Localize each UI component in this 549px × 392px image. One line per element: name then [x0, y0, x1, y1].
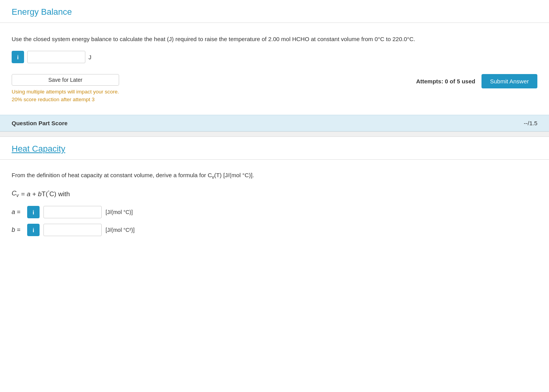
heat-capacity-content: From the definition of heat capacity at … [0, 160, 549, 254]
hc-problem-text: From the definition of heat capacity at … [12, 171, 537, 181]
left-controls: Save for Later Using multiple attempts w… [12, 74, 119, 104]
a-label: a = [12, 209, 23, 216]
info-button-energy[interactable]: i [12, 51, 24, 63]
b-label: b = [12, 226, 23, 233]
score-bar: Question Part Score --/1.5 [0, 115, 549, 131]
heat-capacity-title[interactable]: Heat Capacity [12, 144, 65, 154]
submit-answer-button[interactable]: Submit Answer [481, 74, 537, 88]
energy-unit-label: J [88, 54, 92, 60]
info-button-b[interactable]: i [27, 224, 40, 236]
energy-answer-input[interactable] [27, 51, 85, 63]
section-divider [0, 131, 549, 137]
b-answer-input[interactable] [43, 224, 102, 236]
answer-input-row: i J [12, 51, 537, 63]
warning-line2: 20% score reduction after attempt 3 [12, 96, 119, 104]
problem-statement: Use the closed system energy balance to … [12, 35, 537, 44]
score-value: --/1.5 [524, 120, 537, 126]
score-label: Question Part Score [12, 120, 68, 126]
energy-balance-content: Use the closed system energy balance to … [0, 23, 549, 115]
energy-balance-title: Energy Balance [12, 7, 537, 17]
info-button-a[interactable]: i [27, 206, 40, 218]
right-controls: Attempts: 0 of 5 used Submit Answer [416, 74, 537, 88]
save-later-button[interactable]: Save for Later [12, 74, 119, 86]
a-unit: [J/(mol °C)] [106, 209, 133, 215]
b-input-row: b = i [J/(mol °C²)] [12, 224, 537, 236]
a-input-row: a = i [J/(mol °C)] [12, 206, 537, 218]
warning-line1: Using multiple attempts will impact your… [12, 88, 119, 96]
a-answer-input[interactable] [43, 206, 102, 218]
controls-row: Save for Later Using multiple attempts w… [12, 74, 537, 104]
b-unit: [J/(mol °C²)] [106, 227, 135, 233]
attempts-label: Attempts: 0 of 5 used [416, 78, 475, 85]
energy-balance-header: Energy Balance [0, 0, 549, 23]
heat-capacity-header: Heat Capacity [0, 137, 549, 160]
formula-display: Cv = a + bT(°C) with [12, 190, 537, 198]
warning-text: Using multiple attempts will impact your… [12, 88, 119, 104]
